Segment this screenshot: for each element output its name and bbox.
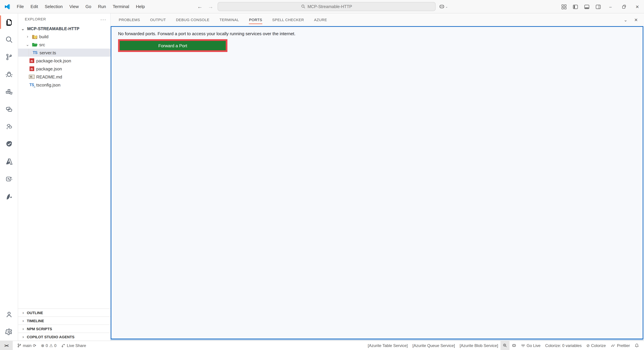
explorer-files-icon[interactable] — [0, 13, 18, 31]
bottom-panel: PROBLEMS OUTPUT DEBUG CONSOLE TERMINAL P… — [111, 13, 644, 341]
extensions-icon[interactable] — [0, 83, 18, 101]
activity-bar — [0, 13, 18, 341]
panel-close-icon[interactable]: ✕ — [634, 17, 638, 22]
account-icon[interactable] — [0, 306, 18, 323]
branch-item[interactable]: main ⟳ — [15, 341, 38, 350]
check-badge-icon[interactable] — [0, 135, 18, 153]
azurite-queue-service[interactable]: [Azurite Queue Service] — [410, 341, 457, 350]
typescript-icon: TS — [32, 50, 38, 55]
warning-icon: ⚠︎ — [49, 343, 53, 348]
azure-icon[interactable] — [0, 153, 18, 170]
menu-selection[interactable]: Selection — [42, 3, 66, 10]
forward-icon[interactable]: → — [207, 3, 214, 9]
chevron-down-icon: ⌄ — [25, 42, 30, 47]
live-share-label: Live Share — [67, 343, 86, 348]
broadcast-icon — [521, 343, 525, 348]
tree-item-server-ts[interactable]: TS server.ts — [18, 49, 110, 57]
azurite-table-service[interactable]: [Azurite Table Service] — [366, 341, 410, 350]
warning-count: 0 — [54, 343, 56, 348]
tab-ports[interactable]: PORTS — [249, 13, 262, 26]
chevron-down-icon: ⌄ — [445, 5, 448, 8]
copilot-icon — [512, 343, 516, 348]
file-label: src — [39, 42, 45, 47]
menu-go[interactable]: Go — [83, 3, 94, 10]
azurite-blob-service[interactable]: [Azurite Blob Service] — [457, 341, 500, 350]
toggle-secondary-sidebar-icon[interactable] — [592, 0, 604, 13]
copilot-menu[interactable]: ⌄ — [439, 4, 448, 9]
toggle-primary-sidebar-icon[interactable] — [570, 0, 581, 13]
tab-problems[interactable]: PROBLEMS — [119, 13, 140, 26]
layers-icon[interactable] — [0, 101, 18, 118]
forward-a-port-button[interactable]: Forward a Port — [118, 39, 228, 52]
go-live-label: Go Live — [526, 343, 540, 348]
npm-icon: n — [29, 66, 34, 72]
fin-swoosh-icon[interactable] — [0, 188, 18, 205]
colorize-variables-item[interactable]: Colorize: 0 variables — [543, 341, 584, 350]
problems-item[interactable]: ⊗ 0 ⚠︎ 0 — [38, 341, 59, 350]
live-share-item[interactable]: Live Share — [59, 341, 88, 350]
prettier-label: Prettier — [617, 343, 630, 348]
file-label: package-lock.json — [36, 58, 71, 63]
tree-root-mcp-streamable-http[interactable]: ⌄ MCP-STREAMABLE-HTTP — [18, 25, 110, 32]
copilot-studio-icon[interactable] — [0, 170, 18, 188]
tree-item-readme-md[interactable]: M↓ README.md — [18, 73, 110, 81]
file-label: README.md — [36, 74, 62, 79]
window-controls: – ✕ — [558, 0, 644, 13]
panel-actions: ⌄ ✕ — [624, 17, 644, 22]
menu-edit[interactable]: Edit — [28, 3, 41, 10]
chevron-right-icon: › — [21, 310, 26, 315]
chevron-right-icon: › — [21, 326, 26, 331]
tsconfig-icon: TS⚙ — [29, 82, 34, 88]
branch-icon — [17, 343, 22, 348]
title-bar: File Edit Selection View Go Run Terminal… — [0, 0, 644, 13]
back-icon[interactable]: ← — [196, 3, 204, 9]
tree-item-build[interactable]: › build — [18, 32, 110, 40]
linked-hexagons-icon[interactable] — [0, 118, 18, 135]
colorize-item[interactable]: ⊘ Colorize — [584, 341, 608, 350]
menu-view[interactable]: View — [67, 3, 82, 10]
prettier-item[interactable]: ✓✓ Prettier — [608, 341, 632, 350]
layout-customize-icon[interactable] — [558, 0, 570, 13]
restore-button[interactable] — [617, 0, 630, 13]
remote-indicator[interactable]: >< — [0, 341, 13, 350]
menu-run[interactable]: Run — [95, 3, 109, 10]
toggle-panel-icon[interactable] — [581, 0, 592, 13]
menu-terminal[interactable]: Terminal — [110, 3, 132, 10]
tree-item-package-json[interactable]: n package.json — [18, 65, 110, 73]
explorer-sidebar: EXPLORER ··· ⌄ MCP-STREAMABLE-HTTP › bui… — [18, 13, 111, 341]
search-icon — [301, 4, 306, 9]
settings-gear-icon[interactable] — [0, 323, 18, 341]
section-outline[interactable]: › OUTLINE — [18, 309, 110, 317]
section-copilot-studio-agents[interactable]: › COPILOT STUDIO AGENTS — [18, 333, 110, 341]
menu-file[interactable]: File — [14, 3, 26, 10]
tab-azure[interactable]: AZURE — [314, 13, 327, 26]
section-label: OUTLINE — [27, 311, 43, 315]
section-npm-scripts[interactable]: › NPM SCRIPTS — [18, 325, 110, 333]
close-button[interactable]: ✕ — [630, 0, 644, 13]
tab-debug-console[interactable]: DEBUG CONSOLE — [176, 13, 210, 26]
go-live-item[interactable]: Go Live — [518, 341, 543, 350]
menu-help[interactable]: Help — [133, 3, 148, 10]
panel-minimize-icon[interactable]: ⌄ — [624, 17, 628, 22]
tree-item-src[interactable]: ⌄ src — [18, 40, 110, 49]
zoom-in-item[interactable] — [500, 341, 510, 350]
file-label: package.json — [36, 66, 62, 71]
status-bar-left: >< main ⟳ ⊗ 0 ⚠︎ 0 Live Share — [0, 341, 88, 350]
tab-terminal[interactable]: TERMINAL — [220, 13, 239, 26]
copilot-status-item[interactable] — [510, 341, 518, 350]
copilot-icon — [439, 4, 444, 9]
source-control-icon[interactable] — [0, 48, 18, 66]
explorer-overflow-icon[interactable]: ··· — [100, 16, 106, 22]
minimize-button[interactable]: – — [604, 0, 617, 13]
section-label: COPILOT STUDIO AGENTS — [27, 335, 74, 339]
tab-spell-checker[interactable]: SPELL CHECKER — [272, 13, 304, 26]
search-icon[interactable] — [0, 31, 18, 48]
tree-item-tsconfig-json[interactable]: TS⚙ tsconfig.json — [18, 81, 110, 89]
tree-item-package-lock-json[interactable]: n package-lock.json — [18, 57, 110, 65]
run-debug-icon[interactable] — [0, 66, 18, 83]
section-timeline[interactable]: › TIMELINE — [18, 317, 110, 325]
search-input[interactable]: MCP-Streamable-HTTP — [218, 2, 436, 11]
sidebar-empty-space — [18, 89, 110, 309]
notifications-item[interactable] — [632, 341, 641, 350]
tab-output[interactable]: OUTPUT — [150, 13, 166, 26]
